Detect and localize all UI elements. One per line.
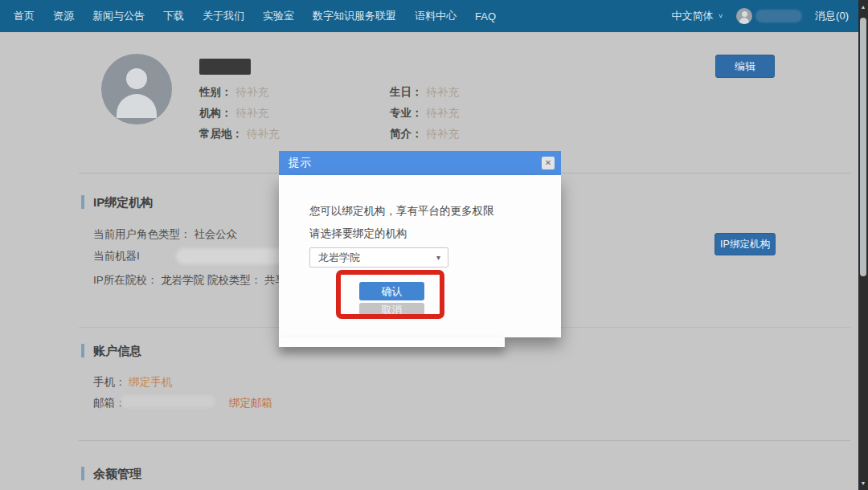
nav-right-group: 中文简体 ∨ 消息(0) [672, 0, 849, 32]
nav-item-news[interactable]: 新闻与公告 [92, 9, 145, 23]
machine-ip-redacted [176, 248, 285, 264]
nav-item-about[interactable]: 关于我们 [203, 9, 244, 23]
field-gender-label: 性别： [199, 86, 232, 98]
annotation-highlight-box [336, 270, 444, 319]
ip-bind-button[interactable]: IP绑定机构 [714, 233, 776, 255]
nav-item-home[interactable]: 首页 [14, 9, 35, 23]
bind-email-link[interactable]: 绑定邮箱 [229, 396, 272, 410]
profile-name-redacted [199, 59, 251, 75]
field-institution-label: 机构： [199, 107, 232, 119]
language-label: 中文简体 [672, 9, 714, 23]
machine-ip-label: 当前机器I [93, 249, 140, 263]
field-residence: 常居地：待补充 [199, 127, 280, 141]
scrollbar-thumb[interactable] [860, 18, 866, 276]
field-intro: 简介：待补充 [390, 127, 459, 141]
modal-select-label: 请选择要绑定的机构 [309, 227, 407, 241]
edit-button[interactable]: 编辑 [715, 55, 775, 78]
divider [79, 440, 850, 441]
field-birthday-value: 待补充 [427, 86, 460, 98]
modal-title: 提示 [289, 156, 311, 170]
top-navbar: 首页 资源 新闻与公告 下载 关于我们 实验室 数字知识服务联盟 语料中心 FA… [0, 0, 858, 32]
account-section-title: 账户信息 [93, 344, 141, 359]
ip-section-title: IP绑定机构 [93, 195, 153, 210]
field-birthday-label: 生日： [390, 86, 423, 98]
field-intro-value: 待补充 [427, 128, 460, 140]
field-institution: 机构：待补充 [199, 106, 268, 120]
scrollbar[interactable]: ▲ ▼ [858, 0, 868, 490]
section-marker [81, 467, 84, 480]
user-menu[interactable] [736, 8, 802, 24]
nav-item-lab[interactable]: 实验室 [263, 9, 294, 23]
modal-body-extension [279, 337, 505, 347]
phone-row: 手机： 绑定手机 [93, 375, 172, 390]
field-major-value: 待补充 [427, 107, 460, 119]
bind-phone-link[interactable]: 绑定手机 [129, 376, 172, 388]
institution-select[interactable]: 龙岩学院 ▾ [309, 247, 448, 267]
field-gender-value: 待补充 [236, 86, 269, 98]
school-line: IP所在院校： 龙岩学院 院校类型： 共享单位 [93, 273, 308, 288]
nav-menu: 首页 资源 新闻与公告 下载 关于我们 实验室 数字知识服务联盟 语料中心 FA… [0, 9, 496, 23]
nav-item-resources[interactable]: 资源 [53, 9, 74, 23]
field-institution-value: 待补充 [236, 107, 269, 119]
username-redacted [755, 10, 802, 22]
field-residence-value: 待补充 [247, 128, 280, 140]
email-redacted [121, 395, 215, 408]
messages-link[interactable]: 消息(0) [815, 9, 849, 23]
nav-item-download[interactable]: 下载 [163, 9, 184, 23]
nav-item-faq[interactable]: FAQ [475, 10, 496, 22]
close-icon[interactable]: ✕ [542, 157, 555, 169]
scrollbar-up-icon[interactable]: ▲ [858, 3, 868, 11]
profile-avatar [101, 54, 172, 125]
nav-item-corpus[interactable]: 语料中心 [415, 9, 457, 23]
field-birthday: 生日：待补充 [390, 85, 459, 100]
nav-item-alliance[interactable]: 数字知识服务联盟 [313, 9, 396, 23]
field-major: 专业：待补充 [390, 106, 459, 120]
scrollbar-down-icon[interactable]: ▼ [858, 480, 868, 488]
phone-label: 手机： [93, 376, 126, 388]
field-residence-label: 常居地： [199, 128, 243, 140]
chevron-down-icon: ∨ [719, 13, 724, 19]
section-marker [81, 195, 84, 209]
role-type-line: 当前用户角色类型： 社会公众 [93, 227, 237, 242]
field-gender: 性别：待补充 [199, 85, 268, 100]
select-caret-icon: ▾ [436, 253, 440, 262]
modal-header: 提示 ✕ [279, 151, 561, 175]
balance-section-title: 余额管理 [93, 467, 141, 482]
modal-message: 您可以绑定机构，享有平台的更多权限 [309, 204, 494, 218]
field-intro-label: 简介： [390, 128, 423, 140]
institution-select-value: 龙岩学院 [318, 251, 360, 265]
section-marker [81, 344, 84, 357]
user-avatar-icon [736, 8, 752, 24]
field-major-label: 专业： [390, 107, 423, 119]
page: 首页 资源 新闻与公告 下载 关于我们 实验室 数字知识服务联盟 语料中心 FA… [0, 0, 868, 490]
language-selector[interactable]: 中文简体 ∨ [672, 9, 724, 23]
